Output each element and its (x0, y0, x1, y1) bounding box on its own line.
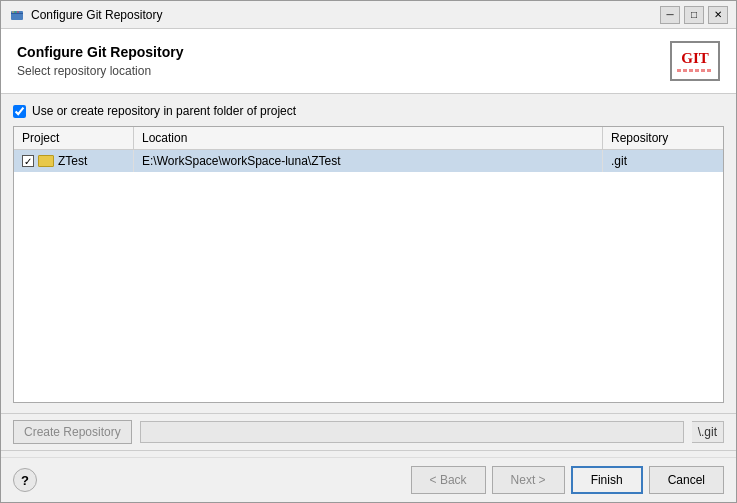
svg-point-2 (12, 11, 14, 13)
folder-icon (38, 155, 54, 167)
project-name: ZTest (58, 154, 87, 168)
location-path: E:\WorkSpace\workSpace-luna\ZTest (142, 154, 341, 168)
main-window: Configure Git Repository ─ □ ✕ Configure… (0, 0, 737, 503)
git-path-label: \.git (692, 421, 724, 443)
title-bar-controls: ─ □ ✕ (660, 6, 728, 24)
row-checkbox: ✓ (22, 155, 34, 167)
create-repository-button[interactable]: Create Repository (13, 420, 132, 444)
cell-location: E:\WorkSpace\workSpace-luna\ZTest (134, 150, 603, 172)
header-section: Configure Git Repository Select reposito… (1, 29, 736, 94)
col-repository: Repository (603, 127, 723, 149)
git-logo-bar (677, 69, 713, 72)
svg-rect-1 (11, 13, 23, 14)
checkbox-row: Use or create repository in parent folde… (13, 104, 724, 118)
maximize-button[interactable]: □ (684, 6, 704, 24)
footer-left: ? (13, 468, 37, 492)
window-icon (9, 7, 25, 23)
cell-repository: .git (603, 150, 723, 172)
close-button[interactable]: ✕ (708, 6, 728, 24)
cancel-button[interactable]: Cancel (649, 466, 724, 494)
repository-value: .git (611, 154, 627, 168)
footer: ? < Back Next > Finish Cancel (1, 457, 736, 502)
title-bar-text: Configure Git Repository (31, 8, 660, 22)
col-project: Project (14, 127, 134, 149)
next-button[interactable]: Next > (492, 466, 565, 494)
git-logo-text: GIT (681, 50, 709, 67)
git-logo: GIT (670, 41, 720, 81)
header-text: Configure Git Repository Select reposito… (17, 44, 183, 78)
col-location: Location (134, 127, 603, 149)
title-bar: Configure Git Repository ─ □ ✕ (1, 1, 736, 29)
parent-folder-checkbox[interactable] (13, 105, 26, 118)
content-area: Use or create repository in parent folde… (1, 94, 736, 413)
projects-table: Project Location Repository ✓ ZTest E:\W… (13, 126, 724, 403)
table-header: Project Location Repository (14, 127, 723, 150)
bottom-bar: Create Repository \.git (1, 413, 736, 450)
header-title: Configure Git Repository (17, 44, 183, 60)
help-button[interactable]: ? (13, 468, 37, 492)
back-button[interactable]: < Back (411, 466, 486, 494)
minimize-button[interactable]: ─ (660, 6, 680, 24)
table-body: ✓ ZTest E:\WorkSpace\workSpace-luna\ZTes… (14, 150, 723, 402)
header-subtitle: Select repository location (17, 64, 183, 78)
svg-point-3 (15, 11, 17, 13)
repo-path-display (140, 421, 684, 443)
footer-right: < Back Next > Finish Cancel (411, 466, 724, 494)
finish-button[interactable]: Finish (571, 466, 643, 494)
svg-point-4 (17, 11, 19, 13)
parent-folder-label: Use or create repository in parent folde… (32, 104, 296, 118)
cell-project: ✓ ZTest (14, 150, 134, 172)
separator (1, 450, 736, 451)
table-row[interactable]: ✓ ZTest E:\WorkSpace\workSpace-luna\ZTes… (14, 150, 723, 172)
